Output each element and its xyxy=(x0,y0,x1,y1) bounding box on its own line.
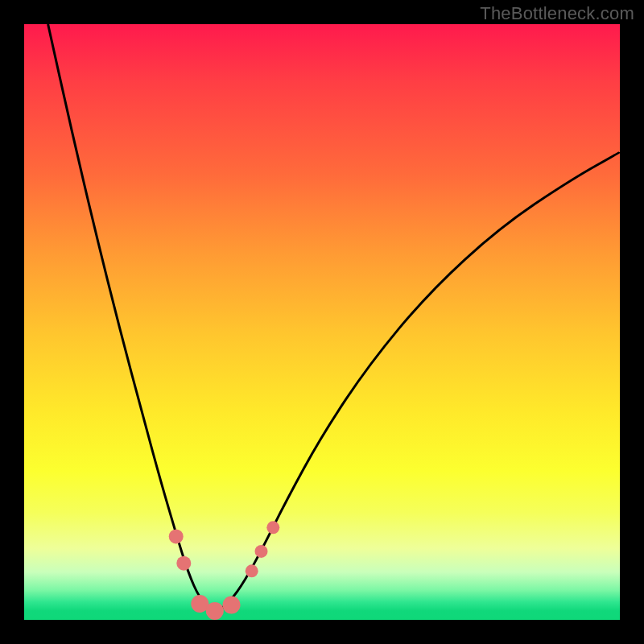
markers-group xyxy=(169,521,280,620)
marker-valley-mid xyxy=(206,602,224,620)
marker-left-upper xyxy=(169,529,184,543)
chart-frame: TheBottleneck.com xyxy=(0,0,644,644)
watermark-text: TheBottleneck.com xyxy=(480,3,634,24)
marker-left-lower xyxy=(176,556,191,571)
marker-right-upper xyxy=(266,521,279,534)
marker-right-lower xyxy=(246,564,258,577)
plot-area xyxy=(24,24,620,620)
chart-svg xyxy=(24,24,620,620)
marker-valley-right xyxy=(223,597,241,614)
marker-right-mid xyxy=(255,545,268,558)
bottleneck-curve xyxy=(48,24,620,610)
